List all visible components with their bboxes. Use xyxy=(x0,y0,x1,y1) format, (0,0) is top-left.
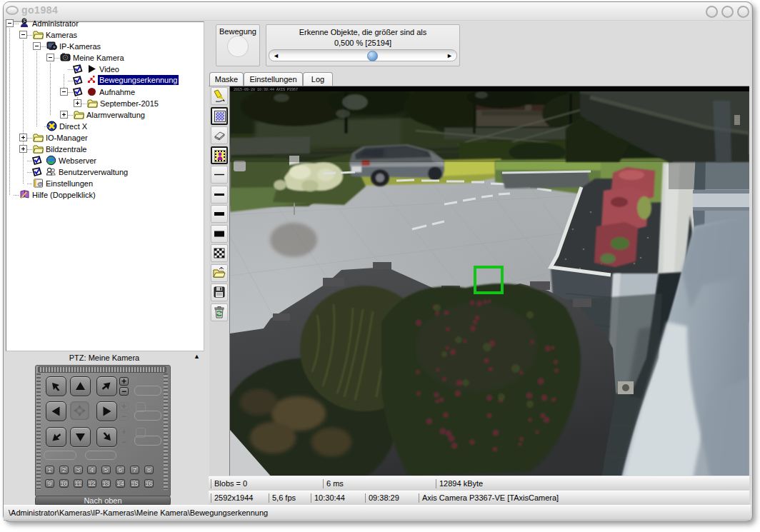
svg-text:2015-09-28 10:30:44 AXIS P336: 2015-09-28 10:30:44 AXIS P3367 xyxy=(234,88,298,92)
svg-text:@: @ xyxy=(37,181,43,187)
